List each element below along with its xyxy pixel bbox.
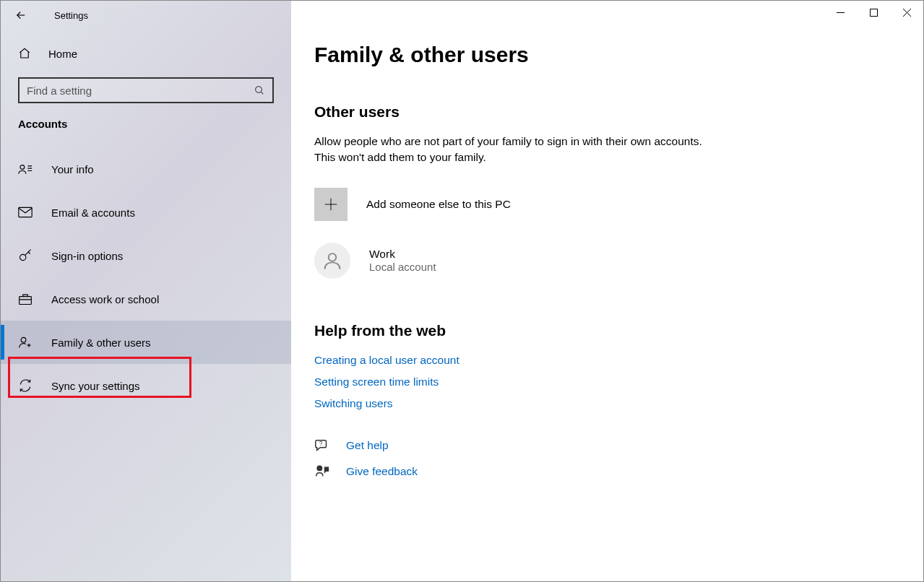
footer-links: ? Get help Give feedback (314, 438, 894, 479)
main-panel: Family & other users Other users Allow p… (291, 1, 923, 581)
svg-rect-2 (19, 207, 32, 217)
get-help-link[interactable]: ? Get help (314, 438, 894, 453)
plus-tile (314, 188, 347, 221)
search-icon (254, 84, 265, 96)
svg-point-9 (317, 466, 321, 470)
page-title: Family & other users (314, 43, 894, 67)
sidebar: Settings Home Accounts Your info (1, 1, 291, 581)
svg-rect-4 (20, 297, 32, 305)
sidebar-item-family[interactable]: Family & other users (1, 321, 291, 364)
nav-label: Access work or school (51, 293, 159, 305)
search-box[interactable] (18, 77, 274, 103)
user-account-row[interactable]: Work Local account (314, 243, 894, 279)
arrow-left-icon (14, 9, 27, 22)
svg-point-3 (20, 254, 26, 260)
help-chat-icon: ? (314, 438, 330, 453)
maximize-button[interactable] (857, 1, 890, 24)
add-user-button[interactable]: Add someone else to this PC (314, 188, 894, 221)
settings-window: Settings Home Accounts Your info (1, 1, 923, 581)
titlebar-left: Settings (1, 1, 291, 30)
sidebar-item-sync[interactable]: Sync your settings (1, 364, 291, 407)
key-icon (18, 248, 33, 263)
briefcase-icon (18, 292, 33, 306)
search-input[interactable] (27, 84, 241, 97)
back-button[interactable] (14, 8, 28, 22)
sidebar-category: Accounts (1, 118, 291, 147)
help-link-switching-users[interactable]: Switching users (314, 397, 894, 410)
nav-label: Sign-in options (51, 250, 123, 262)
close-button[interactable] (890, 1, 923, 24)
get-help-label: Get help (346, 439, 389, 452)
mail-icon (18, 205, 33, 220)
add-user-label: Add someone else to this PC (366, 198, 511, 211)
close-icon (903, 9, 911, 17)
nav-label: Sync your settings (51, 380, 140, 392)
home-nav[interactable]: Home (1, 30, 291, 77)
avatar (314, 243, 350, 279)
svg-point-7 (329, 253, 337, 261)
nav-label: Email & accounts (51, 207, 135, 219)
minimize-icon (837, 9, 845, 17)
section-other-users-title: Other users (314, 103, 894, 121)
window-controls (824, 1, 923, 24)
svg-point-1 (20, 165, 25, 170)
home-icon (18, 47, 31, 60)
svg-point-5 (21, 337, 26, 342)
help-link-screen-time[interactable]: Setting screen time limits (314, 375, 894, 388)
sidebar-item-your-info[interactable]: Your info (1, 147, 291, 191)
help-link-local-account[interactable]: Creating a local user account (314, 354, 894, 367)
sync-icon (18, 378, 33, 393)
search-wrap (1, 77, 291, 118)
help-section: Help from the web Creating a local user … (314, 322, 894, 410)
people-add-icon (18, 335, 33, 349)
section-other-users-desc: Allow people who are not part of your fa… (314, 134, 719, 166)
minimize-button[interactable] (824, 1, 857, 24)
help-title: Help from the web (314, 322, 894, 339)
plus-icon (323, 196, 339, 212)
content: Family & other users Other users Allow p… (291, 1, 923, 479)
svg-point-0 (256, 87, 262, 93)
person-card-icon (18, 162, 33, 176)
nav-label: Family & other users (51, 336, 151, 349)
sidebar-item-signin[interactable]: Sign-in options (1, 234, 291, 277)
sidebar-nav: Your info Email & accounts Sign-in optio… (1, 147, 291, 407)
person-icon (322, 251, 342, 271)
home-label: Home (48, 48, 77, 60)
nav-label: Your info (51, 163, 94, 175)
user-name: Work (369, 248, 436, 261)
user-type: Local account (369, 261, 436, 273)
svg-rect-6 (870, 9, 877, 16)
give-feedback-link[interactable]: Give feedback (314, 464, 894, 479)
sidebar-item-work-school[interactable]: Access work or school (1, 277, 291, 321)
window-title: Settings (54, 10, 88, 21)
give-feedback-label: Give feedback (346, 465, 418, 478)
svg-text:?: ? (319, 440, 323, 447)
feedback-icon (314, 464, 330, 479)
maximize-icon (870, 9, 878, 17)
user-text: Work Local account (369, 248, 436, 273)
sidebar-item-email[interactable]: Email & accounts (1, 191, 291, 234)
